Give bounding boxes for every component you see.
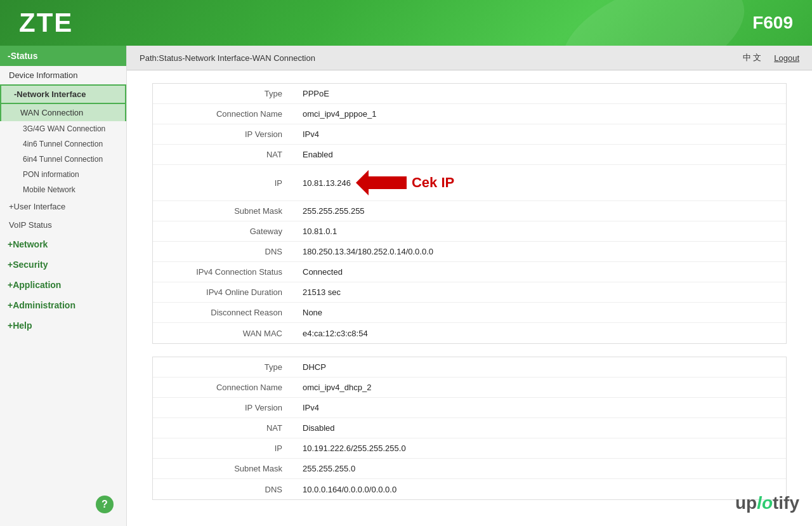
sidebar-item-user-interface[interactable]: +User Interface [0, 197, 126, 216]
logout-button[interactable]: Logout [774, 53, 799, 63]
row-label: Subnet Mask [153, 459, 292, 478]
table-row: Disconnect ReasonNone [153, 303, 786, 323]
sidebar-item-network-interface[interactable]: -Network Interface [0, 84, 126, 104]
row-value: IPv4 [292, 398, 786, 418]
sidebar-item-wan-connection[interactable]: WAN Connection [0, 104, 126, 121]
row-label: Connection Name [153, 378, 292, 397]
row-label: IPv4 Connection Status [153, 262, 292, 282]
row-value: 21513 sec [292, 282, 786, 302]
row-value: e4:ca:12:c3:c8:54 [292, 324, 786, 343]
row-value: PPPoE [292, 84, 786, 103]
ip-value: 10.81.13.246 [303, 178, 351, 188]
arrow-icon [356, 170, 407, 195]
table-row: DNS10.0.0.164/0.0.0.0/0.0.0.0 [153, 479, 786, 499]
sidebar-item-help[interactable]: +Help [0, 315, 126, 336]
row-value: 255.255.255.0 [292, 459, 786, 478]
row-label: NAT [153, 145, 292, 164]
row-label: DNS [153, 480, 292, 499]
table-row: Subnet Mask255.255.255.0 [153, 459, 786, 479]
row-value: Connected [292, 262, 786, 282]
row-value: omci_ipv4_pppoe_1 [292, 104, 786, 124]
sidebar: -Status Device Information -Network Inte… [0, 46, 127, 526]
table-row: TypePPPoE [153, 84, 786, 104]
row-label: IP Version [153, 124, 292, 144]
table-row: IP VersionIPv4 [153, 398, 786, 418]
table-row: TypeDHCP [153, 357, 786, 378]
sidebar-item-6in4[interactable]: 6in4 Tunnel Connection [0, 152, 126, 167]
table-row: IP VersionIPv4 [153, 124, 786, 145]
content-area: TypePPPoEConnection Nameomci_ipv4_pppoe_… [127, 70, 812, 525]
table-row: Connection Nameomci_ipv4_dhcp_2 [153, 378, 786, 398]
sidebar-status[interactable]: -Status [0, 46, 126, 66]
table-row: IPv4 Connection StatusConnected [153, 262, 786, 282]
table-row: WAN MACe4:ca:12:c3:c8:54 [153, 323, 786, 343]
row-label: IP [153, 173, 292, 193]
table-row: Connection Nameomci_ipv4_pppoe_1 [153, 104, 786, 124]
row-label: IP [153, 438, 292, 458]
path-actions: 中 文 Logout [743, 52, 799, 63]
sidebar-item-pon[interactable]: PON information [0, 167, 126, 182]
svg-marker-0 [356, 170, 407, 195]
sidebar-item-security[interactable]: +Security [0, 254, 126, 275]
table-row: NATDisabled [153, 418, 786, 438]
main-content: Path:Status-Network Interface-WAN Connec… [127, 46, 812, 526]
table-row: Subnet Mask255.255.255.255 [153, 201, 786, 221]
ip-annotation: 10.81.13.246Cek IP [303, 170, 776, 195]
layout: -Status Device Information -Network Inte… [0, 46, 812, 526]
table-row: IP10.81.13.246Cek IP [153, 165, 786, 201]
model: F609 [752, 13, 793, 33]
row-value: omci_ipv4_dhcp_2 [292, 378, 786, 397]
sidebar-item-4in6[interactable]: 4in6 Tunnel Connection [0, 136, 126, 152]
path-bar: Path:Status-Network Interface-WAN Connec… [127, 46, 812, 70]
row-label: Gateway [153, 221, 292, 241]
sidebar-item-3g4g[interactable]: 3G/4G WAN Connection [0, 121, 126, 136]
cek-ip-label: Cek IP [412, 174, 454, 191]
row-label: Subnet Mask [153, 201, 292, 221]
sidebar-item-network[interactable]: +Network [0, 234, 126, 254]
row-value: 10.81.0.1 [292, 221, 786, 241]
row-label: Type [153, 357, 292, 377]
row-label: Type [153, 84, 292, 103]
sidebar-item-application[interactable]: +Application [0, 275, 126, 295]
row-label: IPv4 Online Duration [153, 282, 292, 302]
row-value: 10.0.0.164/0.0.0.0/0.0.0.0 [292, 480, 786, 499]
row-value: Enabled [292, 145, 786, 164]
help-button[interactable]: ? [96, 496, 114, 513]
row-label: NAT [153, 418, 292, 438]
sidebar-item-mobile[interactable]: Mobile Network [0, 182, 126, 197]
row-label: Disconnect Reason [153, 303, 292, 322]
table-row: IPv4 Online Duration21513 sec [153, 282, 786, 303]
row-label: WAN MAC [153, 324, 292, 343]
section-1: TypePPPoEConnection Nameomci_ipv4_pppoe_… [152, 83, 787, 344]
sidebar-item-administration[interactable]: +Administration [0, 295, 126, 315]
table-row: Gateway10.81.0.1 [153, 221, 786, 242]
row-value: 10.191.222.6/255.255.255.0 [292, 438, 786, 458]
row-value: DHCP [292, 357, 786, 377]
table-row: DNS180.250.13.34/180.252.0.14/0.0.0.0 [153, 242, 786, 262]
row-label: Connection Name [153, 104, 292, 124]
logo: ZTE [19, 8, 73, 38]
row-value: 180.250.13.34/180.252.0.14/0.0.0.0 [292, 242, 786, 261]
row-value: Disabled [292, 418, 786, 438]
row-label: DNS [153, 242, 292, 261]
sidebar-item-voip[interactable]: VoIP Status [0, 216, 126, 234]
row-value: None [292, 303, 786, 322]
table-row: IP10.191.222.6/255.255.255.0 [153, 438, 786, 459]
row-value: IPv4 [292, 124, 786, 144]
sidebar-item-device-information[interactable]: Device Information [0, 66, 126, 84]
path-text: Path:Status-Network Interface-WAN Connec… [140, 53, 315, 63]
row-value: 10.81.13.246Cek IP [292, 165, 786, 201]
table-row: NATEnabled [153, 145, 786, 165]
lang-switch[interactable]: 中 文 [743, 52, 762, 63]
header: ZTE F609 [0, 0, 812, 46]
section-2: TypeDHCPConnection Nameomci_ipv4_dhcp_2I… [152, 357, 787, 500]
row-label: IP Version [153, 398, 292, 418]
row-value: 255.255.255.255 [292, 201, 786, 221]
